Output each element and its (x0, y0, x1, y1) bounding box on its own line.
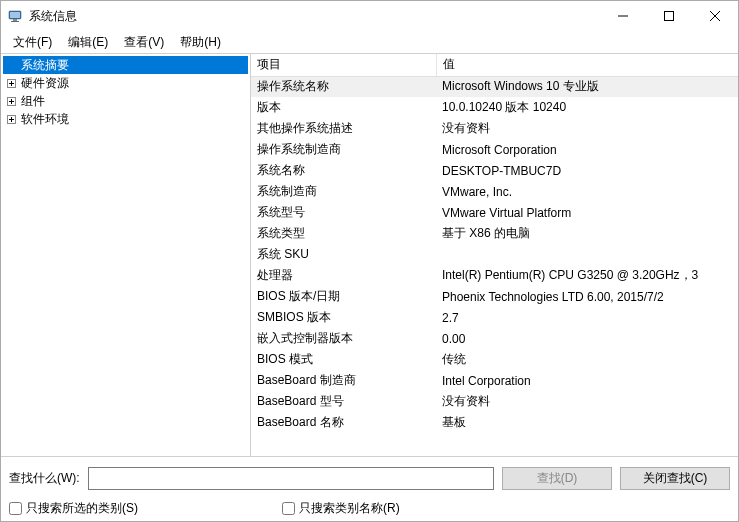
cell-item: 其他操作系统描述 (251, 118, 436, 139)
search-input[interactable] (88, 467, 494, 490)
table-row[interactable]: BaseBoard 制造商Intel Corporation (251, 370, 738, 391)
cell-item: 系统名称 (251, 160, 436, 181)
cell-item: 处理器 (251, 265, 436, 286)
cell-item: 系统 SKU (251, 244, 436, 265)
search-selected-only-label[interactable]: 只搜索所选的类别(S) (26, 500, 138, 517)
cell-value: Microsoft Corporation (436, 139, 738, 160)
cell-value: 传统 (436, 349, 738, 370)
cell-value: 基于 X86 的电脑 (436, 223, 738, 244)
cell-item: 操作系统制造商 (251, 139, 436, 160)
svg-rect-1 (10, 12, 20, 18)
tree-label: 系统摘要 (19, 57, 71, 74)
window-title: 系统信息 (29, 8, 77, 25)
table-row[interactable]: SMBIOS 版本2.7 (251, 307, 738, 328)
tree-node[interactable]: 组件 (3, 92, 248, 110)
table-row[interactable]: 嵌入式控制器版本0.00 (251, 328, 738, 349)
cell-value: Intel(R) Pentium(R) CPU G3250 @ 3.20GHz，… (436, 265, 738, 286)
search-panel: 查找什么(W): 查找(D) 关闭查找(C) 只搜索所选的类别(S) 只搜索类别… (1, 456, 738, 521)
cell-value: 0.00 (436, 328, 738, 349)
cell-value: Microsoft Windows 10 专业版 (436, 76, 738, 97)
cell-value: 10.0.10240 版本 10240 (436, 97, 738, 118)
menubar: 文件(F) 编辑(E) 查看(V) 帮助(H) (1, 31, 738, 53)
cell-item: BaseBoard 制造商 (251, 370, 436, 391)
table-row[interactable]: 系统名称DESKTOP-TMBUC7D (251, 160, 738, 181)
cell-value: 没有资料 (436, 391, 738, 412)
search-category-names-only-checkbox[interactable] (282, 502, 295, 515)
cell-item: 操作系统名称 (251, 76, 436, 97)
titlebar: 系统信息 (1, 1, 738, 31)
app-icon (7, 8, 23, 24)
menu-edit[interactable]: 编辑(E) (60, 32, 116, 53)
close-button[interactable] (692, 1, 738, 31)
tree-label: 软件环境 (19, 111, 71, 128)
table-row[interactable]: 处理器Intel(R) Pentium(R) CPU G3250 @ 3.20G… (251, 265, 738, 286)
column-header-value[interactable]: 值 (436, 54, 738, 76)
cell-value: Phoenix Technologies LTD 6.00, 2015/7/2 (436, 286, 738, 307)
maximize-button[interactable] (646, 1, 692, 31)
system-info-window: 系统信息 文件(F) 编辑(E) 查看(V) 帮助(H) 系统摘要 硬件资源组件… (0, 0, 739, 522)
cell-item: 系统类型 (251, 223, 436, 244)
cell-value: 2.7 (436, 307, 738, 328)
cell-item: BIOS 版本/日期 (251, 286, 436, 307)
search-label: 查找什么(W): (9, 470, 80, 487)
svg-rect-2 (13, 19, 17, 21)
content-pane: 系统摘要 硬件资源组件软件环境 项目 值 操作系统名称Microsoft Win… (1, 53, 738, 456)
table-row[interactable]: 系统类型基于 X86 的电脑 (251, 223, 738, 244)
tree-root-system-summary[interactable]: 系统摘要 (3, 56, 248, 74)
table-row[interactable]: BIOS 版本/日期Phoenix Technologies LTD 6.00,… (251, 286, 738, 307)
table-row[interactable]: 系统 SKU (251, 244, 738, 265)
table-row[interactable]: 系统制造商VMware, Inc. (251, 181, 738, 202)
cell-value: VMware Virtual Platform (436, 202, 738, 223)
cell-value: 没有资料 (436, 118, 738, 139)
find-button[interactable]: 查找(D) (502, 467, 612, 490)
cell-value (436, 244, 738, 265)
expand-icon[interactable] (5, 95, 17, 107)
cell-item: 嵌入式控制器版本 (251, 328, 436, 349)
search-selected-only-checkbox[interactable] (9, 502, 22, 515)
table-row[interactable]: 版本10.0.10240 版本 10240 (251, 97, 738, 118)
cell-value: 基板 (436, 412, 738, 433)
cell-item: 系统型号 (251, 202, 436, 223)
table-row[interactable]: 其他操作系统描述没有资料 (251, 118, 738, 139)
cell-item: 版本 (251, 97, 436, 118)
tree-label: 组件 (19, 93, 47, 110)
tree-node[interactable]: 硬件资源 (3, 74, 248, 92)
cell-value: Intel Corporation (436, 370, 738, 391)
cell-value: DESKTOP-TMBUC7D (436, 160, 738, 181)
table-row[interactable]: 操作系统名称Microsoft Windows 10 专业版 (251, 76, 738, 97)
table-row[interactable]: 系统型号VMware Virtual Platform (251, 202, 738, 223)
search-category-names-only-label[interactable]: 只搜索类别名称(R) (299, 500, 400, 517)
cell-item: SMBIOS 版本 (251, 307, 436, 328)
cell-item: BaseBoard 名称 (251, 412, 436, 433)
menu-view[interactable]: 查看(V) (116, 32, 172, 53)
close-find-button[interactable]: 关闭查找(C) (620, 467, 730, 490)
tree-label: 硬件资源 (19, 75, 71, 92)
svg-rect-5 (665, 12, 674, 21)
cell-item: BIOS 模式 (251, 349, 436, 370)
table-row[interactable]: BaseBoard 名称基板 (251, 412, 738, 433)
expand-icon[interactable] (5, 77, 17, 89)
svg-rect-3 (11, 21, 19, 22)
tree-node[interactable]: 软件环境 (3, 110, 248, 128)
table-row[interactable]: 操作系统制造商Microsoft Corporation (251, 139, 738, 160)
menu-file[interactable]: 文件(F) (5, 32, 60, 53)
menu-help[interactable]: 帮助(H) (172, 32, 229, 53)
cell-value: VMware, Inc. (436, 181, 738, 202)
column-header-item[interactable]: 项目 (251, 54, 436, 76)
cell-item: BaseBoard 型号 (251, 391, 436, 412)
category-tree[interactable]: 系统摘要 硬件资源组件软件环境 (1, 54, 251, 456)
table-row[interactable]: BIOS 模式传统 (251, 349, 738, 370)
minimize-button[interactable] (600, 1, 646, 31)
table-row[interactable]: BaseBoard 型号没有资料 (251, 391, 738, 412)
expand-icon[interactable] (5, 113, 17, 125)
cell-item: 系统制造商 (251, 181, 436, 202)
details-list[interactable]: 项目 值 操作系统名称Microsoft Windows 10 专业版版本10.… (251, 54, 738, 456)
